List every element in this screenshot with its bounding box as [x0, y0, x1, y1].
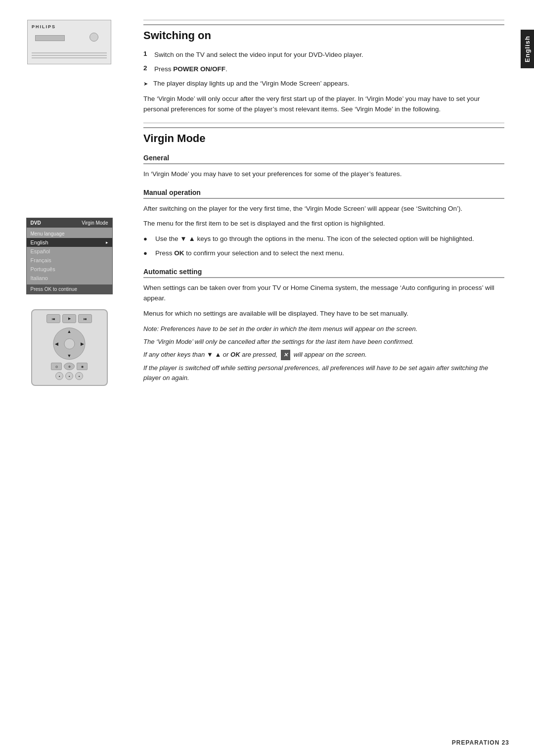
- manual-op-body1: After switching on the player for the ve…: [143, 204, 504, 214]
- nav-right: ▶: [81, 341, 84, 346]
- manual-op-body2: The menu for the first item to be set is…: [143, 219, 504, 229]
- note-1: Note: Preferences have to be set in the …: [143, 324, 504, 334]
- menu-language-label: Menu language: [27, 230, 112, 238]
- step-2-bullets: The player display lights up and the ‘Vi…: [143, 79, 504, 89]
- remote-btn-5: ●: [65, 372, 73, 380]
- remote-btn-1: ◎: [51, 363, 62, 370]
- remote-btn-next: ⏭: [78, 314, 92, 323]
- language-espanol: Español: [27, 247, 112, 256]
- remote-control-image: ⏮ ▶ ⏭ ▲ ▼ ◀ ▶ ◎ ⊕ ◉ ● ● ●: [31, 309, 108, 386]
- top-divider: [143, 20, 504, 20]
- remote-btn-prev: ⏮: [46, 314, 60, 323]
- disc-slot: [35, 35, 65, 41]
- nav-cluster: ▲ ▼ ◀ ▶: [53, 328, 86, 360]
- nav-up: ▲: [67, 329, 72, 334]
- left-column: PHILIPS DVD Virgin Mode Menu language En…: [15, 0, 124, 386]
- auto-body1: When settings can be taken over from you…: [143, 283, 504, 304]
- bullet-keys: Use the ▼ ▲ keys to go through the optio…: [143, 234, 504, 244]
- arrow-icon: ▸: [106, 240, 108, 245]
- remote-btn-play: ▶: [62, 314, 76, 323]
- decorative-lines: [32, 52, 107, 60]
- brand-label: PHILIPS: [32, 24, 56, 29]
- page-footer: PREPARATION 23: [452, 739, 509, 746]
- step-2: 2 Press POWER ON/OFF.: [143, 64, 504, 75]
- dvd-player-image: PHILIPS: [27, 20, 111, 64]
- manual-op-bullets: Use the ▼ ▲ keys to go through the optio…: [143, 234, 504, 259]
- remote-btn-4: ●: [55, 372, 63, 380]
- remote-btn-3: ◉: [77, 363, 88, 370]
- vms-header: DVD Virgin Mode: [27, 218, 112, 228]
- nav-down: ▼: [67, 353, 72, 358]
- step-2-text: Press POWER ON/OFF.: [154, 64, 504, 75]
- remote-bottom-buttons: ◎ ⊕ ◉ ● ● ●: [36, 363, 103, 380]
- note-2: The ‘Virgin Mode’ will only be cancelled…: [143, 337, 504, 347]
- note-3: If any other keys than ▼ ▲ or OK are pre…: [143, 350, 504, 360]
- nav-center-button: [64, 338, 75, 349]
- step-1-text: Switch on the TV and select the video in…: [154, 50, 504, 60]
- virgin-mode-screen-image: DVD Virgin Mode Menu language English ▸ …: [26, 218, 113, 294]
- language-english: English ▸: [27, 238, 112, 247]
- manual-operation-heading: Manual operation: [143, 189, 504, 199]
- remote-btn-6: ●: [75, 372, 83, 380]
- power-button: [89, 33, 98, 42]
- language-francais: Français: [27, 256, 112, 265]
- step-2-number: 2: [143, 64, 150, 72]
- english-tab: English: [521, 30, 534, 68]
- virgin-mode-title: Virgin Mode: [143, 127, 504, 145]
- step-1: 1 Switch on the TV and select the video …: [143, 50, 504, 60]
- power-on-off-text: POWER ON/OFF: [173, 65, 225, 73]
- remote-btn-2: ⊕: [64, 363, 75, 370]
- auto-body2: Menus for which no settings are availabl…: [143, 309, 504, 319]
- main-content: Switching on 1 Switch on the TV and sele…: [129, 0, 514, 406]
- bullet-ok: Press OK to confirm your selection and t…: [143, 248, 504, 259]
- virgin-mode-label: Virgin Mode: [82, 220, 108, 226]
- vms-footer: Press OK to continue: [27, 284, 112, 294]
- virgin-mode-divider: [143, 123, 504, 123]
- language-portugues: Português: [27, 265, 112, 274]
- vms-body: Menu language English ▸ Español Français…: [27, 228, 112, 284]
- general-heading: General: [143, 154, 504, 164]
- step-1-number: 1: [143, 50, 150, 57]
- general-body: In ‘Virgin Mode’ you may have to set you…: [143, 169, 504, 180]
- nav-left: ◀: [55, 341, 58, 346]
- switching-on-title: Switching on: [143, 24, 504, 42]
- switching-on-body: The ‘Virgin Mode’ will only occur after …: [143, 94, 504, 115]
- dvd-label: DVD: [31, 220, 41, 226]
- note-4: If the player is switched off while sett…: [143, 363, 504, 383]
- ok-bold: OK: [174, 249, 184, 257]
- language-italiano: Italiano: [27, 274, 112, 283]
- x-icon: ✕: [281, 350, 290, 360]
- automatic-setting-heading: Automatic setting: [143, 268, 504, 278]
- step-2-bullet-1: The player display lights up and the ‘Vi…: [143, 79, 504, 89]
